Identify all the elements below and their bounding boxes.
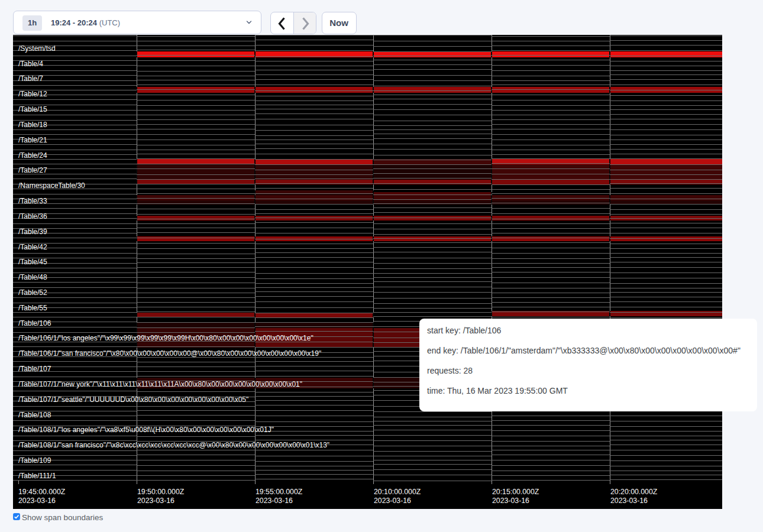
svg-text:/Table/7: /Table/7 xyxy=(18,74,43,83)
svg-text:2023-03-16: 2023-03-16 xyxy=(610,497,648,505)
svg-text:/Table/27: /Table/27 xyxy=(18,166,47,174)
svg-text:/NamespaceTable/30: /NamespaceTable/30 xyxy=(18,181,85,190)
svg-text:2023-03-16: 2023-03-16 xyxy=(256,497,293,505)
svg-text:/Table/109: /Table/109 xyxy=(18,456,51,465)
svg-text:/Table/107: /Table/107 xyxy=(18,365,51,373)
svg-text:/Table/36: /Table/36 xyxy=(18,212,47,220)
svg-text:/Table/108/1/"san francisco"/": /Table/108/1/"san francisco"/"\x8c\xcc\x… xyxy=(18,441,329,449)
svg-text:/Table/107/1/"new york"/"\x11\: /Table/107/1/"new york"/"\x11\x11\x11\x1… xyxy=(18,380,302,388)
svg-text:20:15:00.000Z: 20:15:00.000Z xyxy=(492,488,539,496)
svg-text:20:10:00.000Z: 20:10:00.000Z xyxy=(374,488,421,496)
svg-text:2023-03-16: 2023-03-16 xyxy=(137,497,174,505)
svg-text:/Table/15: /Table/15 xyxy=(18,105,47,113)
svg-text:/Table/106/1/"san francisco"/": /Table/106/1/"san francisco"/"\x80\x00\x… xyxy=(18,349,321,358)
svg-text:/Table/106/1/"los angeles"/"\x: /Table/106/1/"los angeles"/"\x99\x99\x99… xyxy=(18,334,313,342)
svg-text:/Table/24: /Table/24 xyxy=(18,151,47,160)
svg-text:/System/tsd: /System/tsd xyxy=(18,44,56,53)
svg-text:/Table/107/1/"seattle"/"UUUUUU: /Table/107/1/"seattle"/"UUUUUUD\x00\x80\… xyxy=(18,395,248,404)
svg-text:/Table/12: /Table/12 xyxy=(18,90,47,98)
svg-text:/Table/48: /Table/48 xyxy=(18,273,47,281)
svg-text:/Table/111/1: /Table/111/1 xyxy=(18,472,56,480)
svg-text:2023-03-16: 2023-03-16 xyxy=(18,497,56,505)
svg-text:/Table/21: /Table/21 xyxy=(18,136,47,144)
svg-text:/Table/18: /Table/18 xyxy=(18,121,47,129)
svg-text:19:50:00.000Z: 19:50:00.000Z xyxy=(137,488,185,496)
svg-text:/Table/42: /Table/42 xyxy=(18,243,47,251)
svg-text:2023-03-16: 2023-03-16 xyxy=(374,497,411,505)
svg-text:/Table/45: /Table/45 xyxy=(18,258,47,266)
svg-text:/Table/106: /Table/106 xyxy=(18,319,51,327)
svg-text:/Table/108: /Table/108 xyxy=(18,411,51,419)
svg-text:/Table/108/1/"los angeles"/"\x: /Table/108/1/"los angeles"/"\xa8\xf5\u00… xyxy=(18,426,274,434)
svg-text:/Table/55: /Table/55 xyxy=(18,304,47,312)
svg-text:/Table/4: /Table/4 xyxy=(18,60,43,68)
svg-text:19:55:00.000Z: 19:55:00.000Z xyxy=(256,488,303,496)
svg-text:/Table/33: /Table/33 xyxy=(18,197,47,205)
svg-text:2023-03-16: 2023-03-16 xyxy=(492,497,529,505)
svg-text:/Table/52: /Table/52 xyxy=(18,288,47,297)
svg-text:19:45:00.000Z: 19:45:00.000Z xyxy=(18,488,66,496)
svg-text:20:20:00.000Z: 20:20:00.000Z xyxy=(610,488,658,496)
svg-text:/Table/39: /Table/39 xyxy=(18,228,47,236)
